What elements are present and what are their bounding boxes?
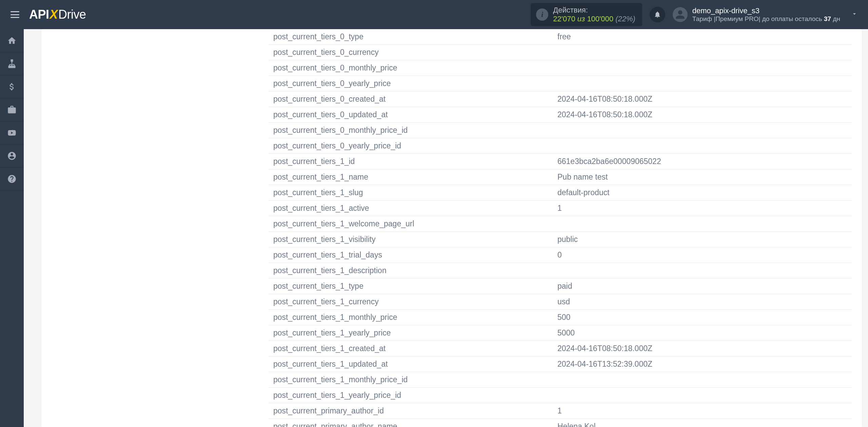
field-value — [553, 216, 852, 232]
user-menu[interactable]: demo_apix-drive_s3 Тариф |Премиум PRO| д… — [673, 6, 858, 23]
field-value: 1 — [553, 403, 852, 419]
home-icon — [7, 36, 17, 45]
sidebar-account[interactable] — [0, 144, 24, 167]
header-right: i Действия: 22'070 из 100'000 (22%) demo… — [531, 3, 858, 26]
field-key: post_current_tiers_0_currency — [269, 45, 553, 60]
table-row: post_current_tiers_0_typefree — [269, 29, 852, 45]
logo[interactable]: API X Drive — [29, 7, 86, 22]
field-value — [553, 263, 852, 279]
field-value: 2024-04-16T08:50:18.000Z — [553, 107, 852, 123]
field-key: post_current_tiers_1_active — [269, 201, 553, 216]
sidebar-help[interactable] — [0, 167, 24, 190]
plan-prefix: Тариф | — [692, 15, 715, 22]
field-key: post_current_tiers_1_description — [269, 263, 553, 279]
help-icon — [7, 174, 17, 184]
sidebar-tools[interactable] — [0, 98, 24, 121]
field-key: post_current_tiers_1_name — [269, 169, 553, 185]
logo-text-x: X — [50, 7, 58, 22]
actions-label: Действия: — [553, 6, 635, 15]
user-plan: Тариф |Премиум PRO| до оплаты осталось 3… — [692, 15, 840, 23]
field-value: Pub name test — [553, 169, 852, 185]
field-key: post_current_tiers_1_updated_at — [269, 357, 553, 372]
field-value — [553, 76, 852, 92]
user-icon — [675, 9, 685, 20]
hamburger-icon — [11, 11, 19, 18]
sidebar-video[interactable] — [0, 121, 24, 144]
table-row: post_current_tiers_1_welcome_page_url — [269, 216, 852, 232]
logo-text-prefix: API — [29, 7, 49, 22]
field-key: post_current_tiers_1_visibility — [269, 232, 553, 247]
table-row: post_current_tiers_0_updated_at2024-04-1… — [269, 107, 852, 123]
menu-button[interactable] — [7, 7, 22, 22]
table-row: post_current_tiers_1_updated_at2024-04-1… — [269, 357, 852, 372]
field-value — [553, 138, 852, 154]
table-row: post_current_tiers_0_monthly_price — [269, 60, 852, 76]
actions-counter[interactable]: i Действия: 22'070 из 100'000 (22%) — [531, 3, 642, 26]
user-circle-icon — [7, 151, 17, 161]
info-icon: i — [536, 8, 548, 21]
table-row: post_current_tiers_1_trial_days0 — [269, 247, 852, 263]
table-row: post_current_primary_author_id1 — [269, 403, 852, 419]
plan-days: 37 — [824, 15, 831, 22]
field-key: post_current_tiers_1_currency — [269, 294, 553, 310]
field-value — [553, 372, 852, 388]
plan-suffix: дн — [831, 15, 840, 22]
table-row: post_current_tiers_0_yearly_price_id — [269, 138, 852, 154]
actions-used: 22'070 — [553, 15, 575, 23]
svg-rect-2 — [11, 66, 13, 68]
field-value: usd — [553, 294, 852, 310]
dollar-icon — [7, 82, 17, 92]
table-row: post_current_tiers_1_yearly_price5000 — [269, 325, 852, 341]
sidebar-connections[interactable] — [0, 52, 24, 75]
actions-total: 100'000 — [587, 15, 613, 23]
top-header: API X Drive i Действия: 22'070 из 100'00… — [0, 0, 868, 29]
bell-icon — [654, 11, 661, 18]
field-value: 661e3bca2ba6e00009065022 — [553, 154, 852, 169]
actions-numbers: 22'070 из 100'000 (22%) — [553, 15, 635, 23]
field-value: 2024-04-16T08:50:18.000Z — [553, 92, 852, 107]
notifications-button[interactable] — [650, 7, 665, 22]
field-key: post_current_tiers_1_yearly_price_id — [269, 388, 553, 403]
field-key: post_current_tiers_0_monthly_price — [269, 60, 553, 76]
sidebar-billing[interactable] — [0, 75, 24, 98]
field-key: post_current_tiers_1_type — [269, 279, 553, 294]
field-key: post_current_tiers_0_type — [269, 29, 553, 45]
field-key: post_current_tiers_0_updated_at — [269, 107, 553, 123]
field-value: free — [553, 29, 852, 45]
content-card: post_current_tiers_0_typefreepost_curren… — [41, 29, 862, 427]
field-value: 0 — [553, 247, 852, 263]
table-row: post_current_tiers_1_id661e3bca2ba6e0000… — [269, 154, 852, 169]
field-value — [553, 60, 852, 76]
field-key: post_current_tiers_0_created_at — [269, 92, 553, 107]
sidebar-home[interactable] — [0, 29, 24, 52]
main-content: post_current_tiers_0_typefreepost_curren… — [24, 29, 868, 427]
svg-rect-3 — [14, 66, 15, 68]
table-row: post_current_tiers_1_slugdefault-product — [269, 185, 852, 201]
youtube-icon — [7, 128, 17, 138]
field-key: post_current_tiers_1_yearly_price — [269, 325, 553, 341]
table-row: post_current_tiers_1_description — [269, 263, 852, 279]
table-row: post_current_tiers_0_created_at2024-04-1… — [269, 92, 852, 107]
field-value: default-product — [553, 185, 852, 201]
table-row: post_current_tiers_1_yearly_price_id — [269, 388, 852, 403]
table-row: post_current_tiers_0_yearly_price — [269, 76, 852, 92]
field-value: 2024-04-16T08:50:18.000Z — [553, 341, 852, 357]
field-key: post_current_tiers_0_yearly_price — [269, 76, 553, 92]
field-key: post_current_tiers_1_monthly_price — [269, 310, 553, 325]
plan-name: Премиум PRO — [715, 15, 758, 22]
sitemap-icon — [7, 59, 17, 68]
left-sidebar — [0, 29, 24, 427]
svg-rect-1 — [9, 66, 11, 68]
table-row: post_current_tiers_1_created_at2024-04-1… — [269, 341, 852, 357]
field-key: post_current_tiers_0_monthly_price_id — [269, 123, 553, 138]
table-row: post_current_tiers_1_currencyusd — [269, 294, 852, 310]
field-value: 1 — [553, 201, 852, 216]
field-value: public — [553, 232, 852, 247]
field-key: post_current_tiers_1_welcome_page_url — [269, 216, 553, 232]
field-value: Helena Kol — [553, 419, 852, 427]
field-key: post_current_primary_author_name — [269, 419, 553, 427]
table-row: post_current_tiers_1_monthly_price500 — [269, 310, 852, 325]
table-row: post_current_tiers_0_currency — [269, 45, 852, 60]
field-value — [553, 388, 852, 403]
fields-table: post_current_tiers_0_typefreepost_curren… — [269, 29, 852, 427]
